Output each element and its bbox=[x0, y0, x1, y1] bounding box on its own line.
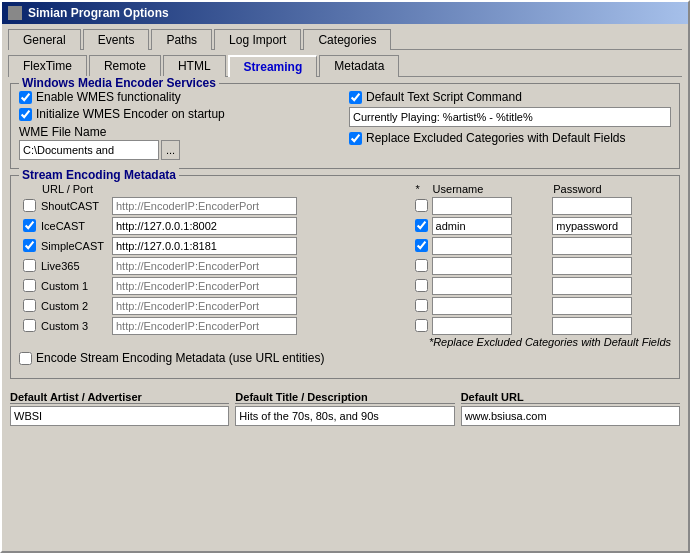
artist-input[interactable] bbox=[10, 406, 229, 426]
username-input[interactable] bbox=[432, 257, 512, 275]
footer-note: *Replace Excluded Categories with Defaul… bbox=[19, 336, 671, 348]
row-enable-checkbox[interactable] bbox=[23, 219, 36, 232]
encode-checkbox[interactable] bbox=[19, 352, 32, 365]
title-label: Default Title / Description bbox=[235, 391, 454, 404]
url-input[interactable] bbox=[112, 297, 297, 315]
row-enable-checkbox[interactable] bbox=[23, 299, 36, 312]
row-enable-checkbox[interactable] bbox=[23, 279, 36, 292]
row-enable-checkbox[interactable] bbox=[23, 199, 36, 212]
cb-default-text-label: Default Text Script Command bbox=[366, 90, 522, 104]
col-password-label: Password bbox=[550, 182, 671, 196]
url-input[interactable] bbox=[112, 197, 297, 215]
url-input[interactable] bbox=[112, 277, 297, 295]
tab-html[interactable]: HTML bbox=[163, 55, 226, 77]
title-input[interactable] bbox=[235, 406, 454, 426]
artist-label: Default Artist / Advertiser bbox=[10, 391, 229, 404]
tab-categories[interactable]: Categories bbox=[303, 29, 391, 50]
tab-row-2: FlexTime Remote HTML Streaming Metadata bbox=[2, 50, 688, 76]
cb-default-text[interactable] bbox=[349, 91, 362, 104]
password-input[interactable] bbox=[552, 297, 632, 315]
row-enable-checkbox[interactable] bbox=[23, 319, 36, 332]
url-input[interactable] bbox=[112, 217, 297, 235]
tab-events[interactable]: Events bbox=[83, 29, 150, 50]
tab-remote[interactable]: Remote bbox=[89, 55, 161, 77]
username-input[interactable] bbox=[432, 277, 512, 295]
password-input[interactable] bbox=[552, 317, 632, 335]
script-input[interactable] bbox=[349, 107, 671, 127]
table-row: Live365 bbox=[19, 256, 671, 276]
row-label: ShoutCAST bbox=[41, 200, 109, 212]
url-label: Default URL bbox=[461, 391, 680, 404]
row-label: SimpleCAST bbox=[41, 240, 109, 252]
wmes-right: Default Text Script Command Replace Excl… bbox=[349, 90, 671, 160]
col-url-label: URL / Port bbox=[39, 182, 413, 196]
row-star-checkbox[interactable] bbox=[415, 199, 428, 212]
cb-replace[interactable] bbox=[349, 132, 362, 145]
encode-checkbox-row: Encode Stream Encoding Metadata (use URL… bbox=[19, 351, 671, 365]
title-bar-text: Simian Program Options bbox=[28, 6, 169, 20]
username-input[interactable] bbox=[432, 217, 512, 235]
stream-table-header: URL / Port * Username Password bbox=[19, 182, 671, 196]
tab-metadata[interactable]: Metadata bbox=[319, 55, 399, 77]
row-label: Live365 bbox=[41, 260, 109, 272]
row-star-checkbox[interactable] bbox=[415, 319, 428, 332]
title-bar-icon bbox=[8, 6, 22, 20]
title-field: Default Title / Description bbox=[235, 391, 454, 426]
tab-flextime[interactable]: FlexTime bbox=[8, 55, 87, 77]
wmes-group-title: Windows Media Encoder Services bbox=[19, 76, 219, 90]
row-star-checkbox[interactable] bbox=[415, 299, 428, 312]
cb-enable-label: Enable WMES functionality bbox=[36, 90, 181, 104]
row-star-checkbox[interactable] bbox=[415, 239, 428, 252]
username-input[interactable] bbox=[432, 317, 512, 335]
col-username-label: Username bbox=[430, 182, 551, 196]
url-input[interactable] bbox=[461, 406, 680, 426]
bottom-section: Default Artist / Advertiser Default Titl… bbox=[2, 391, 688, 432]
stream-table: URL / Port * Username Password ShoutCAST… bbox=[19, 182, 671, 336]
tab-general[interactable]: General bbox=[8, 29, 81, 50]
row-label: Custom 2 bbox=[41, 300, 109, 312]
cb-replace-label: Replace Excluded Categories with Default… bbox=[366, 131, 625, 145]
password-input[interactable] bbox=[552, 277, 632, 295]
title-bar: Simian Program Options bbox=[2, 2, 688, 24]
username-input[interactable] bbox=[432, 297, 512, 315]
tab-paths[interactable]: Paths bbox=[151, 29, 212, 50]
table-row: Custom 2 bbox=[19, 296, 671, 316]
row-label: Custom 1 bbox=[41, 280, 109, 292]
row-enable-checkbox[interactable] bbox=[23, 259, 36, 272]
password-input[interactable] bbox=[552, 237, 632, 255]
username-input[interactable] bbox=[432, 197, 512, 215]
password-input[interactable] bbox=[552, 197, 632, 215]
cb-init[interactable] bbox=[19, 108, 32, 121]
url-field: Default URL bbox=[461, 391, 680, 426]
table-row: Custom 3 bbox=[19, 316, 671, 336]
password-input[interactable] bbox=[552, 257, 632, 275]
tab-log-import[interactable]: Log Import bbox=[214, 29, 301, 50]
row-star-checkbox[interactable] bbox=[415, 259, 428, 272]
tab-row-1: General Events Paths Log Import Categori… bbox=[2, 24, 688, 49]
url-input[interactable] bbox=[112, 257, 297, 275]
cb-init-label: Initialize WMES Encoder on startup bbox=[36, 107, 225, 121]
url-input[interactable] bbox=[112, 317, 297, 335]
browse-button[interactable]: ... bbox=[161, 140, 180, 160]
content-area: Windows Media Encoder Services Enable WM… bbox=[2, 77, 688, 391]
wme-file-row: WME File Name ... bbox=[19, 125, 341, 160]
url-input[interactable] bbox=[112, 237, 297, 255]
row-label: Custom 3 bbox=[41, 320, 109, 332]
username-input[interactable] bbox=[432, 237, 512, 255]
table-row: IceCAST bbox=[19, 216, 671, 236]
wme-file-label: WME File Name bbox=[19, 125, 341, 139]
cb-replace-row: Replace Excluded Categories with Default… bbox=[349, 131, 671, 145]
tab-streaming[interactable]: Streaming bbox=[228, 55, 318, 77]
password-input[interactable] bbox=[552, 217, 632, 235]
wmes-inner: Enable WMES functionality Initialize WME… bbox=[19, 90, 671, 160]
cb-enable[interactable] bbox=[19, 91, 32, 104]
col-check bbox=[19, 182, 39, 196]
row-enable-checkbox[interactable] bbox=[23, 239, 36, 252]
wme-file-input-row: ... bbox=[19, 140, 341, 160]
wme-file-input[interactable] bbox=[19, 140, 159, 160]
stream-group: Stream Encoding Metadata URL / Port * Us… bbox=[10, 175, 680, 379]
row-star-checkbox[interactable] bbox=[415, 219, 428, 232]
table-row: ShoutCAST bbox=[19, 196, 671, 216]
row-label: IceCAST bbox=[41, 220, 109, 232]
row-star-checkbox[interactable] bbox=[415, 279, 428, 292]
